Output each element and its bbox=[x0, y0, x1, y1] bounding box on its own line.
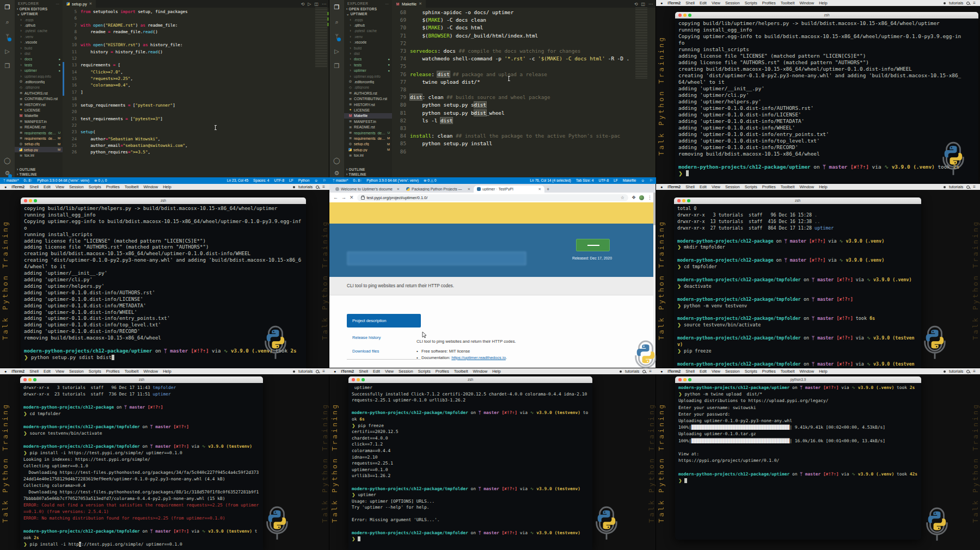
tree-item-README.rst[interactable]: ≣README.rst bbox=[344, 124, 392, 129]
zoom-button[interactable] bbox=[687, 199, 690, 202]
status-item[interactable]: Makefile bbox=[623, 178, 636, 183]
extensions-icon[interactable]: ❒ bbox=[334, 63, 340, 69]
tree-item-.eggs[interactable]: ›.eggs bbox=[15, 17, 63, 22]
terminal-output[interactable]: copying build/lib/uptimer/helpers.py -> … bbox=[675, 18, 966, 178]
menu-item[interactable]: iTerm2 bbox=[341, 369, 354, 374]
menu-item[interactable]: Session bbox=[399, 369, 413, 374]
tree-item-.editorconfig[interactable]: ⚙.editorconfig bbox=[15, 79, 63, 84]
menu-item[interactable]: Scripts bbox=[89, 184, 101, 189]
tree-item-MANIFEST.in[interactable]: ≣MANIFEST.in bbox=[344, 119, 392, 124]
menu-item[interactable]: View bbox=[385, 369, 394, 374]
status-item[interactable]: Tab Size: 4 bbox=[576, 178, 594, 183]
tree-item-.venv[interactable]: ›.venv bbox=[15, 34, 63, 39]
tree-item-.pytest_cache[interactable]: ›.pytest_cache bbox=[15, 28, 63, 34]
bookmark-star-icon[interactable]: ☆ bbox=[621, 195, 624, 200]
tree-item-docs[interactable]: ›docs● bbox=[344, 57, 392, 62]
menu-item[interactable]: Shell bbox=[685, 184, 695, 189]
menu-item[interactable]: Profiles bbox=[762, 1, 776, 5]
explorer-icon[interactable]: ❐ bbox=[334, 4, 340, 10]
terminal-output[interactable]: uptimerSuccessfully installed Click-7.1.… bbox=[348, 383, 592, 544]
menu-item[interactable]: Edit bbox=[373, 369, 380, 374]
account-name[interactable]: tutorials bbox=[298, 184, 313, 189]
terminal-titlebar[interactable]: zsh bbox=[675, 12, 978, 18]
root-folder-section[interactable]: ⌄ UPTIMER bbox=[15, 11, 63, 17]
spotlight-icon[interactable] bbox=[316, 186, 319, 189]
menu-item[interactable]: Scripts bbox=[745, 1, 757, 5]
menu-item[interactable]: iTerm2 bbox=[11, 184, 24, 189]
more-actions-icon[interactable]: ⋯ bbox=[385, 2, 389, 5]
close-button[interactable] bbox=[24, 199, 27, 202]
menu-item[interactable]: Window bbox=[473, 369, 488, 374]
menu-item[interactable]: Toolbelt bbox=[454, 369, 468, 374]
menu-item[interactable]: Edit bbox=[44, 184, 51, 189]
terminal-output[interactable]: modern-python-projects/ch12-package/upti… bbox=[675, 383, 921, 486]
tree-item-setup.cfg[interactable]: ⚙setup.cfgM bbox=[15, 141, 63, 147]
zoom-button[interactable] bbox=[688, 378, 691, 381]
tree-item-.venv[interactable]: ›.venv bbox=[344, 34, 392, 39]
tree-item-.github[interactable]: ›.github bbox=[344, 22, 392, 28]
status-item[interactable]: Spaces: 4 bbox=[253, 178, 269, 183]
browser-menu-icon[interactable]: ⋮ bbox=[647, 195, 652, 200]
code-area[interactable]: 68 sphinx-apidoc -o docs/ uptimer69 $(MA… bbox=[392, 8, 642, 177]
tree-item-dist[interactable]: ›dist bbox=[344, 51, 392, 56]
user-switch-icon[interactable] bbox=[944, 2, 946, 4]
menu-item[interactable]: Shell bbox=[685, 369, 695, 374]
editor-action-icon[interactable]: ⋯ bbox=[322, 2, 326, 7]
header-action-button[interactable] bbox=[576, 239, 610, 251]
status-item[interactable]: ᛘ master* bbox=[3, 178, 19, 183]
account-name[interactable]: tutorials bbox=[949, 184, 963, 189]
editor-action-icon[interactable]: ⋯ bbox=[648, 2, 653, 7]
terminal-window[interactable]: zsh total 0drwxr-xr-x 3 tutorials staff … bbox=[674, 197, 921, 368]
menu-item[interactable]: Edit bbox=[700, 184, 707, 189]
tab-close-icon[interactable]: ✕ bbox=[89, 2, 93, 6]
minimap[interactable] bbox=[635, 8, 647, 78]
minimize-button[interactable] bbox=[683, 14, 687, 17]
apple-logo[interactable]: ● bbox=[4, 185, 7, 189]
menu-item[interactable]: View bbox=[712, 369, 720, 374]
menu-item[interactable]: iTerm2 bbox=[667, 1, 681, 5]
menu-item[interactable]: Help bbox=[163, 184, 171, 189]
close-button[interactable] bbox=[677, 199, 681, 202]
editor-action-icon[interactable]: ▷ bbox=[308, 2, 311, 7]
tree-item-.pytest_cache[interactable]: ›.pytest_cache bbox=[344, 28, 392, 34]
zoom-button[interactable] bbox=[362, 378, 365, 381]
user-switch-icon[interactable] bbox=[620, 370, 622, 373]
menu-item[interactable]: Profiles bbox=[106, 184, 120, 189]
tree-item-CONTRIBUTING.rst[interactable]: ≣CONTRIBUTING.rst bbox=[15, 96, 63, 101]
tab-setup-py[interactable]: setup.py ✕ bbox=[63, 0, 96, 8]
status-item[interactable]: ⚐ bbox=[650, 178, 653, 183]
notification-center-icon[interactable]: ≡ bbox=[322, 369, 325, 374]
user-switch-icon[interactable] bbox=[293, 370, 295, 373]
menu-item[interactable]: Window bbox=[800, 184, 814, 189]
menu-item[interactable]: Edit bbox=[700, 1, 707, 5]
menu-item[interactable]: Shell bbox=[359, 369, 368, 374]
spotlight-icon[interactable] bbox=[966, 370, 970, 373]
source-control-icon[interactable]: ᛘ bbox=[5, 34, 9, 40]
menu-item[interactable]: Session bbox=[725, 184, 740, 189]
tree-item-AUTHORS.rst[interactable]: ≣AUTHORS.rst bbox=[344, 90, 392, 96]
user-switch-icon[interactable] bbox=[944, 186, 946, 188]
menu-item[interactable]: View bbox=[712, 184, 720, 189]
settings-gear-icon[interactable]: ⚙ bbox=[5, 170, 10, 176]
menu-item[interactable]: Help bbox=[163, 369, 171, 374]
tab-makefile[interactable]: M Makefile ✕ bbox=[392, 0, 426, 8]
status-item[interactable]: 0↓ 8↑ bbox=[353, 178, 362, 183]
apple-logo[interactable]: ● bbox=[660, 369, 663, 373]
address-bar[interactable]: test.pypi.org/project/uptimer/0.1.0/ ☆ bbox=[357, 194, 628, 201]
terminal-output[interactable]: drwxr-xr-x 3 tutorials staff 96 Dec 17 1… bbox=[20, 383, 263, 549]
account-name[interactable]: tutorials bbox=[625, 369, 639, 374]
menu-item[interactable]: Edit bbox=[700, 369, 707, 374]
tree-item-HISTORY.rst[interactable]: ≣HISTORY.rst bbox=[15, 102, 63, 107]
notification-center-icon[interactable]: ≡ bbox=[322, 185, 325, 189]
tree-item-build[interactable]: ›build bbox=[15, 45, 63, 51]
tree-item-.gitignore[interactable]: ◇.gitignore bbox=[15, 85, 63, 90]
minimize-button[interactable] bbox=[357, 378, 360, 381]
terminal-titlebar[interactable]: zsh bbox=[348, 376, 592, 383]
tree-item-.vscode[interactable]: ›.vscode bbox=[15, 40, 63, 45]
close-button[interactable] bbox=[352, 378, 355, 381]
zoom-button[interactable] bbox=[34, 199, 37, 202]
zoom-button[interactable] bbox=[688, 14, 691, 17]
run-debug-icon[interactable]: ▷ bbox=[5, 48, 9, 54]
tree-item-docs[interactable]: ›docs● bbox=[15, 57, 63, 62]
tree-item-.editorconfig[interactable]: ⚙.editorconfig bbox=[344, 79, 392, 84]
